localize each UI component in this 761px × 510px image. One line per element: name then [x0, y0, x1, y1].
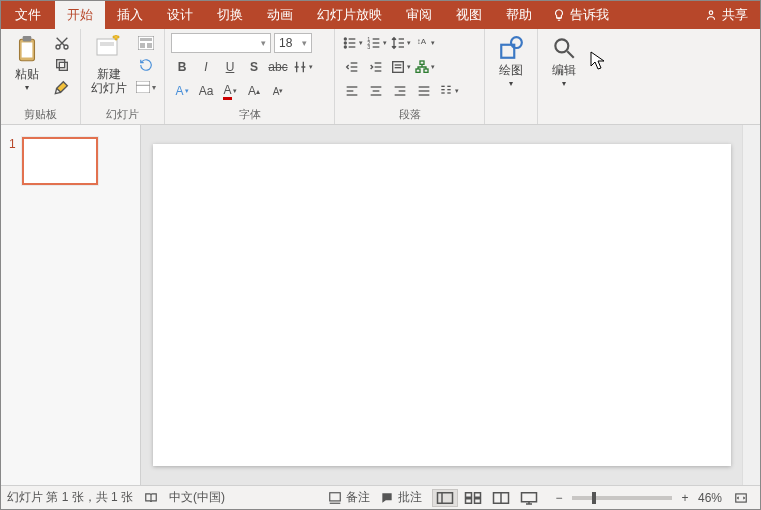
align-center-button[interactable] — [365, 81, 387, 101]
zoom-slider[interactable] — [572, 496, 672, 500]
tab-insert[interactable]: 插入 — [105, 1, 155, 29]
strike-button[interactable]: abc — [267, 57, 289, 77]
clear-format-button[interactable]: A — [171, 81, 193, 101]
bullets-button[interactable] — [341, 33, 363, 53]
editing-button[interactable]: 编辑▾ — [544, 33, 584, 93]
zoom-in-button[interactable]: + — [678, 491, 692, 505]
cut-button[interactable] — [51, 33, 73, 53]
char-spacing-button[interactable] — [291, 57, 313, 77]
new-slide-icon — [95, 35, 123, 65]
status-bar: 幻灯片 第 1 张，共 1 张 中文(中国) 备注 批注 − + 46% — [1, 485, 760, 509]
justify-button[interactable] — [413, 81, 435, 101]
drawing-group-label — [491, 120, 531, 122]
font-color-button[interactable]: A — [219, 81, 241, 101]
editing-label: 编辑 — [552, 63, 576, 77]
share-button[interactable]: 共享 — [704, 6, 748, 24]
svg-rect-13 — [147, 43, 152, 48]
slideshow-view-button[interactable] — [516, 489, 542, 507]
tab-help[interactable]: 帮助 — [494, 1, 544, 29]
normal-view-button[interactable] — [432, 489, 458, 507]
tab-file[interactable]: 文件 — [1, 1, 55, 29]
svg-rect-71 — [474, 492, 480, 497]
align-right-button[interactable] — [389, 81, 411, 101]
tab-home[interactable]: 开始 — [55, 1, 105, 29]
columns-button[interactable] — [437, 81, 459, 101]
direction-icon: ↕A — [414, 35, 430, 51]
spacing-icon — [292, 59, 308, 75]
svg-rect-2 — [23, 36, 32, 41]
shrink-font-button[interactable]: A▾ — [267, 81, 289, 101]
shadow-button[interactable]: S — [243, 57, 265, 77]
vertical-scrollbar[interactable] — [742, 125, 760, 485]
new-slide-button[interactable]: 新建 幻灯片 — [87, 33, 131, 97]
language-indicator[interactable]: 中文(中国) — [169, 489, 225, 506]
format-painter-button[interactable] — [51, 77, 73, 97]
zoom-out-button[interactable]: − — [552, 491, 566, 505]
numbering-button[interactable]: 123 — [365, 33, 387, 53]
text-direction-button[interactable]: ↕A — [413, 33, 435, 53]
section-button[interactable] — [135, 77, 157, 97]
align-left-button[interactable] — [341, 81, 363, 101]
decrease-indent-button[interactable] — [341, 57, 363, 77]
svg-rect-12 — [140, 43, 145, 48]
share-icon — [704, 8, 718, 22]
sorter-view-button[interactable] — [460, 489, 486, 507]
svg-point-16 — [344, 38, 346, 40]
new-slide-label: 新建 幻灯片 — [91, 67, 127, 95]
slide-thumbnail-1[interactable] — [22, 137, 98, 185]
tab-transition[interactable]: 切换 — [205, 1, 255, 29]
slide-canvas[interactable] — [153, 144, 731, 466]
notes-label: 备注 — [346, 489, 370, 506]
share-label: 共享 — [722, 6, 748, 24]
svg-point-63 — [511, 37, 522, 48]
bold-button[interactable]: B — [171, 57, 193, 77]
underline-button[interactable]: U — [219, 57, 241, 77]
reading-view-button[interactable] — [488, 489, 514, 507]
tab-animation[interactable]: 动画 — [255, 1, 305, 29]
svg-rect-8 — [97, 39, 117, 55]
spellcheck-button[interactable] — [143, 491, 159, 505]
line-spacing-button[interactable] — [389, 33, 411, 53]
svg-rect-70 — [465, 492, 471, 497]
reading-icon — [492, 491, 510, 505]
svg-rect-73 — [474, 498, 480, 503]
sorter-icon — [464, 491, 482, 505]
change-case-button[interactable]: Aa — [195, 81, 217, 101]
fit-window-button[interactable] — [728, 489, 754, 507]
font-name-combo[interactable]: ▾ — [171, 33, 271, 53]
svg-point-20 — [344, 46, 346, 48]
zoom-value[interactable]: 46% — [698, 491, 722, 505]
thumbnail-pane[interactable]: 1 — [1, 125, 141, 485]
copy-button[interactable] — [51, 55, 73, 75]
comment-icon — [380, 491, 394, 505]
tab-design[interactable]: 设计 — [155, 1, 205, 29]
clipboard-group-label: 剪贴板 — [7, 105, 74, 122]
svg-rect-6 — [59, 62, 67, 70]
italic-button[interactable]: I — [195, 57, 217, 77]
svg-text:↕A: ↕A — [416, 37, 426, 46]
tab-slideshow[interactable]: 幻灯片放映 — [305, 1, 394, 29]
reset-button[interactable] — [135, 55, 157, 75]
slide-indicator[interactable]: 幻灯片 第 1 张，共 1 张 — [7, 489, 133, 506]
tab-review[interactable]: 审阅 — [394, 1, 444, 29]
smartart-button[interactable] — [413, 57, 435, 77]
font-size-combo[interactable]: 18▾ — [274, 33, 312, 53]
notes-button[interactable]: 备注 — [328, 489, 370, 506]
zoom-thumb[interactable] — [592, 492, 596, 504]
thumb-number: 1 — [9, 137, 16, 185]
shapes-icon — [498, 35, 524, 61]
comments-button[interactable]: 批注 — [380, 489, 422, 506]
layout-button[interactable] — [135, 33, 157, 53]
svg-rect-3 — [22, 43, 33, 58]
paste-button[interactable]: 粘贴▾ — [7, 33, 47, 97]
grow-font-button[interactable]: A▴ — [243, 81, 265, 101]
align-text-button[interactable] — [389, 57, 411, 77]
tab-view[interactable]: 视图 — [444, 1, 494, 29]
tellme[interactable]: 告诉我 — [552, 1, 609, 29]
align-right-icon — [392, 83, 408, 99]
svg-point-18 — [344, 42, 346, 44]
svg-line-65 — [567, 51, 574, 58]
increase-indent-button[interactable] — [365, 57, 387, 77]
svg-rect-14 — [136, 81, 150, 93]
drawing-button[interactable]: 绘图▾ — [491, 33, 531, 93]
